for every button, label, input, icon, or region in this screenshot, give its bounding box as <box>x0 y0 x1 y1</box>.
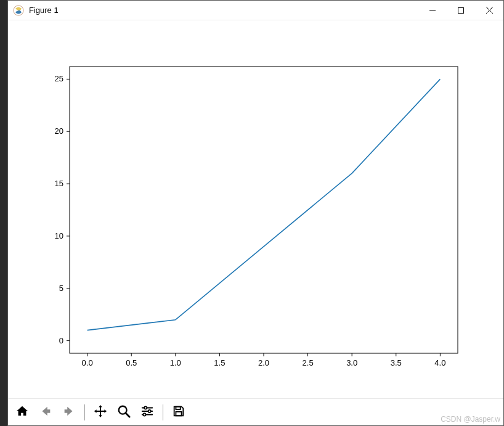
figure-canvas[interactable]: 0.00.51.01.52.02.53.03.54.00510152025 <box>8 20 503 398</box>
x-tick-label: 0.0 <box>82 358 93 367</box>
svg-rect-2 <box>458 7 464 13</box>
y-tick-label: 15 <box>55 179 63 188</box>
home-icon <box>15 404 29 420</box>
svg-line-7 <box>126 413 129 417</box>
save-icon <box>172 404 185 420</box>
y-tick-label: 10 <box>55 231 63 240</box>
matplotlib-toolbar <box>8 398 503 425</box>
y-tick-label: 0 <box>59 336 63 345</box>
svg-point-9 <box>144 406 147 409</box>
svg-point-13 <box>143 413 145 416</box>
x-tick-label: 1.5 <box>214 358 225 367</box>
axes-box <box>70 67 458 353</box>
figure-window: Figure 1 0.00.51.01.52.02.53.03.54.00510… <box>7 0 504 426</box>
svg-rect-15 <box>176 412 181 416</box>
zoom-button[interactable] <box>113 402 134 423</box>
sliders-icon <box>140 404 154 420</box>
toolbar-separator <box>163 404 163 420</box>
y-tick-label: 25 <box>55 74 63 83</box>
back-button[interactable] <box>35 402 56 423</box>
x-tick-label: 3.5 <box>391 358 402 367</box>
svg-rect-14 <box>176 407 180 410</box>
plot-svg: 0.00.51.01.52.02.53.03.54.00510152025 <box>8 20 503 398</box>
configure-button[interactable] <box>137 402 158 423</box>
app-icon <box>13 5 24 16</box>
y-tick-label: 20 <box>55 126 63 136</box>
x-tick-label: 0.5 <box>126 358 137 367</box>
arrow-left-icon <box>39 404 52 420</box>
zoom-icon <box>117 404 131 420</box>
y-tick-label: 5 <box>59 284 63 293</box>
x-tick-label: 2.0 <box>258 358 269 367</box>
line-series <box>87 79 441 330</box>
x-tick-label: 1.0 <box>170 358 181 367</box>
window-controls <box>418 1 503 20</box>
x-tick-label: 3.0 <box>346 358 357 367</box>
maximize-button[interactable] <box>447 1 475 20</box>
forward-button[interactable] <box>59 402 79 423</box>
save-button[interactable] <box>168 402 189 423</box>
arrow-right-icon <box>62 404 76 420</box>
x-tick-label: 2.5 <box>303 358 314 367</box>
minimize-button[interactable] <box>418 1 447 20</box>
pan-button[interactable] <box>90 402 111 423</box>
x-tick-label: 4.0 <box>434 358 445 367</box>
home-button[interactable] <box>12 402 33 423</box>
close-button[interactable] <box>475 1 503 20</box>
toolbar-separator <box>84 404 85 420</box>
svg-marker-5 <box>94 405 107 417</box>
move-icon <box>94 404 107 420</box>
window-title: Figure 1 <box>29 6 418 15</box>
titlebar[interactable]: Figure 1 <box>8 1 503 20</box>
background-sliver <box>0 0 7 426</box>
svg-point-11 <box>148 410 151 412</box>
